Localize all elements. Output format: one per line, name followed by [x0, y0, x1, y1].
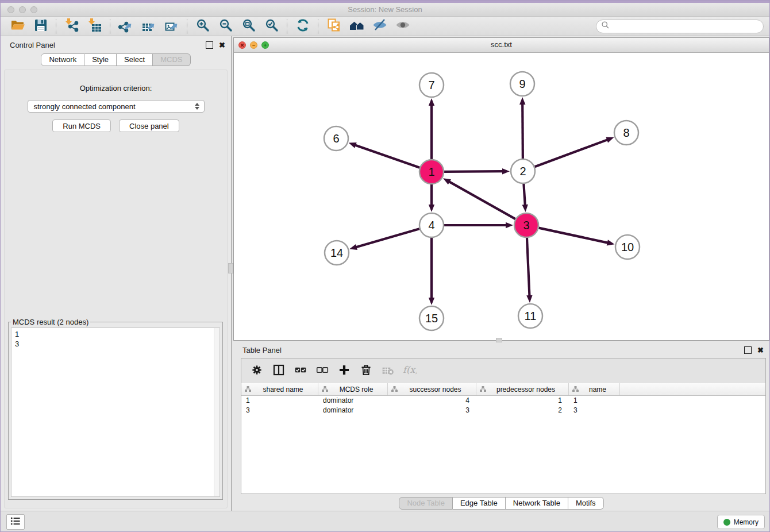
edge-2-3[interactable] [523, 184, 525, 206]
zoom-out-icon [218, 18, 233, 35]
tab-style[interactable]: Style [84, 53, 117, 66]
graph-node-15[interactable]: 15 [419, 306, 444, 330]
list-icon [9, 515, 22, 530]
zoom-in-button[interactable] [191, 18, 214, 34]
control-panel-header: Control Panel ✖ [1, 36, 231, 53]
export-network-icon [118, 18, 133, 35]
column-label: successor nodes [398, 385, 476, 394]
zoom-selected-icon [264, 18, 279, 35]
graph-node-3[interactable]: 3 [514, 213, 538, 237]
network-window-titlebar[interactable]: ✕ – + scc.txt [234, 38, 769, 53]
table-tab-network-table[interactable]: Network Table [506, 497, 568, 510]
cell-predecessor-nodes[interactable]: 2 [476, 406, 569, 415]
table-tab-edge-table[interactable]: Edge Table [453, 497, 506, 510]
edge-1-2[interactable] [444, 171, 503, 172]
toggle-visibility-button[interactable] [368, 18, 391, 34]
preview-eye-icon [395, 18, 410, 35]
import-table-button[interactable] [83, 18, 106, 34]
network-canvas[interactable]: 7968124314101511 [234, 52, 769, 340]
window-title: Session: New Session [1, 5, 769, 14]
float-table-panel-icon[interactable] [744, 346, 752, 354]
refresh-view-button[interactable] [291, 18, 314, 34]
cell-successor-nodes[interactable]: 3 [388, 406, 476, 415]
delete-row-icon [360, 364, 372, 379]
search-input[interactable] [612, 21, 759, 31]
graph-node-2[interactable]: 2 [511, 159, 535, 183]
edge-3-11[interactable] [527, 238, 530, 296]
memory-button[interactable]: Memory [717, 515, 765, 529]
edge-2-9[interactable] [522, 103, 523, 159]
export-image-button[interactable] [160, 18, 183, 34]
select-all-button[interactable] [290, 363, 311, 380]
horizontal-splitter-handle[interactable] [496, 338, 502, 342]
cell-shared-name[interactable]: 1 [241, 396, 318, 406]
column-header-name[interactable]: name [569, 383, 620, 395]
close-panel-button[interactable]: Close panel [119, 119, 179, 132]
edge-2-8[interactable] [535, 140, 609, 167]
graph-node-4[interactable]: 4 [419, 213, 444, 237]
control-panel-title: Control Panel [10, 41, 55, 49]
sort-tree-icon [321, 385, 329, 393]
graph-node-14[interactable]: 14 [325, 241, 349, 265]
graph-node-8[interactable]: 8 [614, 121, 638, 145]
home-view-button[interactable] [345, 18, 368, 34]
split-panel-button[interactable] [268, 363, 290, 380]
cell-name[interactable]: 3 [569, 406, 620, 415]
graph-node-6[interactable]: 6 [324, 126, 348, 151]
settings-gear-button[interactable] [246, 363, 268, 380]
import-network-button[interactable] [60, 18, 83, 34]
graph-node-10[interactable]: 10 [615, 235, 640, 259]
delete-row-button[interactable] [355, 363, 377, 380]
criterion-dropdown[interactable]: strongly connected component [28, 100, 205, 113]
zoom-out-button[interactable] [214, 18, 237, 34]
cell-shared-name[interactable]: 3 [241, 406, 318, 415]
column-header-MCDS-role[interactable]: MCDS role [318, 383, 388, 395]
tab-mcds[interactable]: MCDS [153, 53, 190, 66]
duplicate-network-button[interactable] [322, 18, 345, 34]
add-row-button[interactable] [333, 363, 355, 380]
graph-node-11[interactable]: 11 [518, 304, 542, 328]
deselect-all-button[interactable] [311, 363, 333, 380]
edge-3-1[interactable] [449, 182, 515, 219]
column-header-shared-name[interactable]: shared name [241, 383, 318, 395]
edge-1-6[interactable] [355, 145, 419, 168]
export-network-button[interactable] [114, 18, 137, 34]
tab-select[interactable]: Select [117, 53, 153, 66]
task-history-button[interactable] [6, 514, 25, 530]
graph-node-9[interactable]: 9 [510, 72, 534, 96]
mcds-result-box[interactable]: 1 3 [11, 327, 220, 497]
tab-network[interactable]: Network [41, 53, 84, 66]
close-panel-icon[interactable]: ✖ [219, 42, 225, 48]
table-tab-motifs[interactable]: Motifs [568, 497, 604, 510]
column-label: shared name [252, 385, 318, 394]
export-image-icon [164, 18, 179, 35]
cell-MCDS-role[interactable]: dominator [318, 406, 388, 415]
save-session-button[interactable] [29, 18, 52, 34]
table-row-1[interactable]: 1dominator411 [241, 396, 765, 406]
close-table-panel-icon[interactable]: ✖ [757, 347, 764, 353]
graph-node-1[interactable]: 1 [419, 160, 444, 184]
edge-4-14[interactable] [356, 229, 419, 247]
zoom-selected-button[interactable] [260, 18, 283, 34]
column-header-successor-nodes[interactable]: successor nodes [388, 383, 476, 395]
run-mcds-button[interactable]: Run MCDS [52, 119, 111, 132]
cell-predecessor-nodes[interactable]: 1 [476, 396, 569, 406]
zoom-fit-button[interactable] [237, 18, 260, 34]
cell-name[interactable]: 1 [569, 396, 620, 406]
result-scrollbar[interactable] [214, 328, 220, 496]
open-session-button[interactable] [6, 18, 29, 34]
cell-MCDS-role[interactable]: dominator [318, 396, 388, 406]
mcds-result-text: 1 3 [11, 328, 220, 349]
edge-3-10[interactable] [539, 228, 609, 243]
toolbar-separator [287, 19, 288, 34]
float-panel-icon[interactable] [206, 41, 213, 49]
search-field[interactable] [596, 20, 764, 33]
cell-successor-nodes[interactable]: 4 [388, 396, 476, 406]
column-header-predecessor-nodes[interactable]: predecessor nodes [476, 383, 569, 395]
column-label: name [579, 385, 619, 394]
export-table-button[interactable] [137, 18, 160, 34]
graph-node-7[interactable]: 7 [419, 73, 444, 97]
table-tab-node-table[interactable]: Node Table [399, 497, 453, 510]
vertical-splitter-handle[interactable] [228, 263, 233, 273]
table-row-2[interactable]: 3dominator323 [241, 406, 765, 415]
